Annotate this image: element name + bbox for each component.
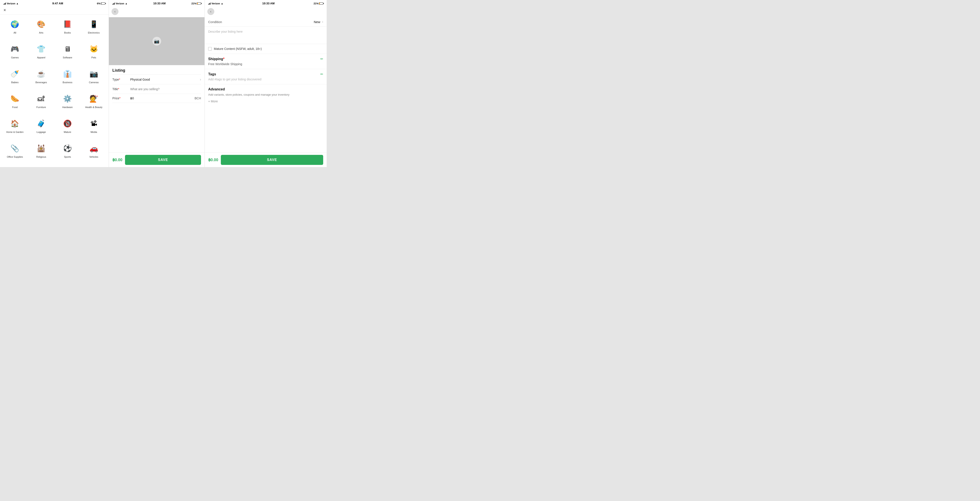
category-item-arts[interactable]: 🎨Arts: [28, 16, 54, 41]
category-item-beverages[interactable]: ☕Beverages: [28, 66, 54, 91]
battery-icon-left: [101, 2, 105, 5]
description-placeholder: Describe your listing here: [208, 30, 243, 33]
category-item-all[interactable]: 🌍All: [2, 16, 28, 41]
religious-label: Religious: [37, 155, 46, 158]
health-beauty-label: Health & Beauty: [85, 106, 103, 109]
category-item-hardware[interactable]: ⚙️Hardware: [54, 91, 81, 116]
advanced-section: Advanced Add variants, store policies, c…: [205, 84, 327, 98]
type-label: Type*: [112, 78, 127, 81]
wifi-icon-left: ▲: [16, 2, 19, 5]
signal-icon-mid: [112, 2, 115, 5]
categories-panel: Verizon ▲ 9:47 AM 6% × 🌍All🎨Arts📕Books📱E…: [0, 0, 109, 167]
home-garden-label: Home & Garden: [6, 130, 24, 134]
save-button-right[interactable]: SAVE: [221, 155, 323, 165]
category-item-religious[interactable]: 🕍Religious: [28, 140, 54, 165]
status-bar-left: Verizon ▲ 9:47 AM 6%: [0, 0, 109, 6]
shipping-header: Shipping* ✏: [205, 54, 327, 62]
books-label: Books: [64, 31, 71, 34]
vehicles-label: Vehicles: [89, 155, 98, 158]
time-mid: 10:33 AM: [153, 2, 166, 5]
apparel-icon: 👕: [35, 43, 47, 55]
furniture-label: Furniture: [37, 106, 46, 109]
babies-label: Babies: [11, 81, 19, 84]
category-item-apparel[interactable]: 👕Apparel: [28, 41, 54, 66]
category-item-pets[interactable]: 🐱Pets: [81, 41, 107, 66]
carrier-name-right: Verizon: [212, 2, 220, 5]
mature-content-row[interactable]: Mature Content (NSFW, adult, 18+): [205, 44, 327, 54]
category-item-health-beauty[interactable]: 💇Health & Beauty: [81, 91, 107, 116]
category-item-office-supplies[interactable]: 📎Office Supplies: [2, 140, 28, 165]
tags-header: Tags ✏: [205, 69, 327, 77]
category-item-luggage[interactable]: 🧳Luggage: [28, 116, 54, 140]
category-item-business[interactable]: 👔Business: [54, 66, 81, 91]
carrier-name-left: Verizon: [7, 2, 15, 5]
category-item-sports[interactable]: ⚽Sports: [54, 140, 81, 165]
apparel-label: Apparel: [37, 56, 45, 59]
category-item-home-garden[interactable]: 🏠Home & Garden: [2, 116, 28, 140]
more-link[interactable]: + More: [205, 98, 327, 105]
luggage-icon: 🧳: [35, 118, 47, 129]
image-placeholder[interactable]: 📷: [109, 17, 205, 65]
arts-icon: 🎨: [35, 19, 47, 30]
time-right: 10:33 AM: [262, 2, 275, 5]
games-label: Games: [11, 56, 19, 59]
battery-left: 6%: [97, 2, 105, 5]
tags-edit-icon[interactable]: ✏: [320, 72, 323, 76]
category-item-furniture[interactable]: 🛋Furniture: [28, 91, 54, 116]
back-button-mid[interactable]: ‹: [111, 8, 118, 15]
battery-icon-mid: [197, 2, 201, 5]
cameras-icon: 📷: [88, 68, 100, 80]
luggage-label: Luggage: [37, 130, 46, 134]
category-item-mature[interactable]: 🔞Mature: [54, 116, 81, 140]
type-row[interactable]: Type* Physical Good ›: [112, 75, 201, 84]
category-item-cameras[interactable]: 📷Cameras: [81, 66, 107, 91]
mature-label: Mature: [64, 130, 71, 134]
category-item-food[interactable]: 🌭Food: [2, 91, 28, 116]
wifi-icon-right: ▲: [221, 2, 223, 5]
beverages-label: Beverages: [35, 81, 47, 84]
condition-row[interactable]: Condition New ›: [205, 17, 327, 27]
all-icon: 🌍: [9, 19, 21, 30]
category-item-babies[interactable]: 🍼Babies: [2, 66, 28, 91]
close-button[interactable]: ×: [3, 8, 6, 13]
title-row[interactable]: Title*: [112, 84, 201, 94]
media-icon: 📽: [88, 118, 100, 129]
battery-pct-mid: 21%: [191, 2, 196, 5]
category-item-vehicles[interactable]: 🚗Vehicles: [81, 140, 107, 165]
cameras-label: Cameras: [89, 81, 99, 84]
mature-content-checkbox[interactable]: [208, 47, 212, 51]
category-item-electronics[interactable]: 📱Electronics: [81, 16, 107, 41]
title-input[interactable]: [127, 87, 201, 91]
price-row[interactable]: Price* ฿0 BCH: [112, 94, 201, 103]
games-icon: 🎮: [9, 43, 21, 55]
status-bar-right: Verizon ▲ 10:33 AM 21%: [205, 0, 327, 6]
tags-placeholder: Add #tags to get your listing discovered: [205, 77, 327, 84]
condition-value: New: [314, 20, 320, 24]
listing-section-header: Listing: [112, 65, 201, 75]
back-button-right[interactable]: ‹: [207, 8, 214, 15]
signal-icon-right: [208, 2, 211, 5]
battery-right: 21%: [313, 2, 323, 5]
category-item-media[interactable]: 📽Media: [81, 116, 107, 140]
time-left: 9:47 AM: [52, 2, 63, 5]
category-item-software[interactable]: 🖥Software: [54, 41, 81, 66]
signal-icon: [3, 2, 6, 5]
carrier-left: Verizon ▲: [3, 2, 19, 5]
category-item-books[interactable]: 📕Books: [54, 16, 81, 41]
beverages-icon: ☕: [35, 68, 47, 80]
description-area[interactable]: Describe your listing here: [205, 27, 327, 44]
total-price-right: ฿0.00: [208, 157, 218, 162]
pets-label: Pets: [91, 56, 96, 59]
listing-panel: Verizon ▲ 10:33 AM 21% ‹ 📷 Listing Type*…: [109, 0, 205, 167]
details-panel: Verizon ▲ 10:33 AM 21% ‹ Condition New ›…: [205, 0, 327, 167]
food-icon: 🌭: [9, 93, 21, 104]
shipping-edit-icon[interactable]: ✏: [320, 57, 323, 61]
vehicles-icon: 🚗: [88, 143, 100, 154]
mature-content-label: Mature Content (NSFW, adult, 18+): [214, 47, 262, 51]
category-item-games[interactable]: 🎮Games: [2, 41, 28, 66]
save-button-mid[interactable]: SAVE: [125, 155, 201, 165]
battery-icon-right: [319, 2, 323, 5]
furniture-icon: 🛋: [35, 93, 47, 104]
shipping-title: Shipping*: [208, 57, 320, 61]
bottom-bar-right: ฿0.00 SAVE: [205, 153, 327, 167]
